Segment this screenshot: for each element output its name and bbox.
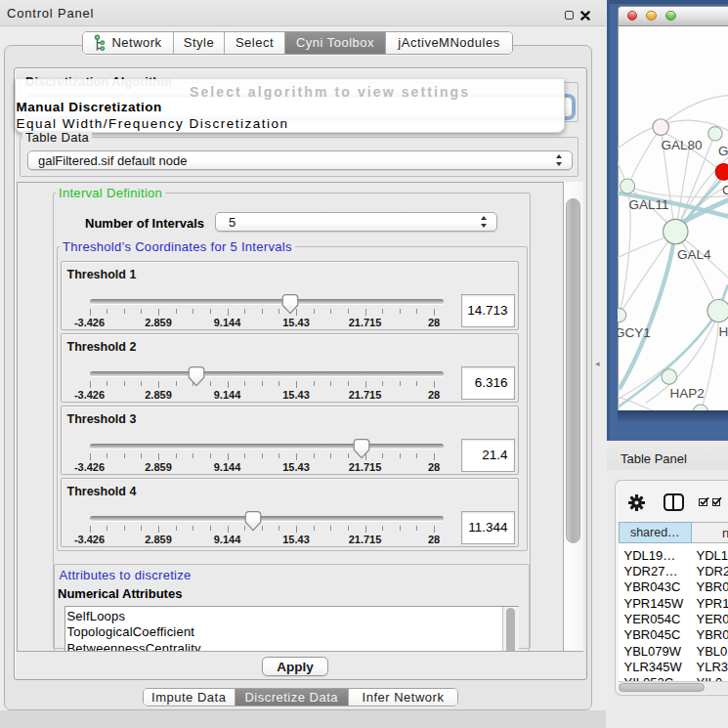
svg-text:H: H (718, 324, 728, 339)
svg-text:GCY1: GCY1 (618, 325, 651, 340)
svg-text:HAP2: HAP2 (669, 386, 704, 401)
svg-text:GAL11: GAL11 (628, 197, 668, 212)
svg-text:GAL80: GAL80 (661, 137, 702, 151)
svg-text:GA: GA (718, 143, 728, 157)
svg-text:C: C (722, 182, 728, 196)
svg-text:GAL4: GAL4 (677, 246, 711, 261)
